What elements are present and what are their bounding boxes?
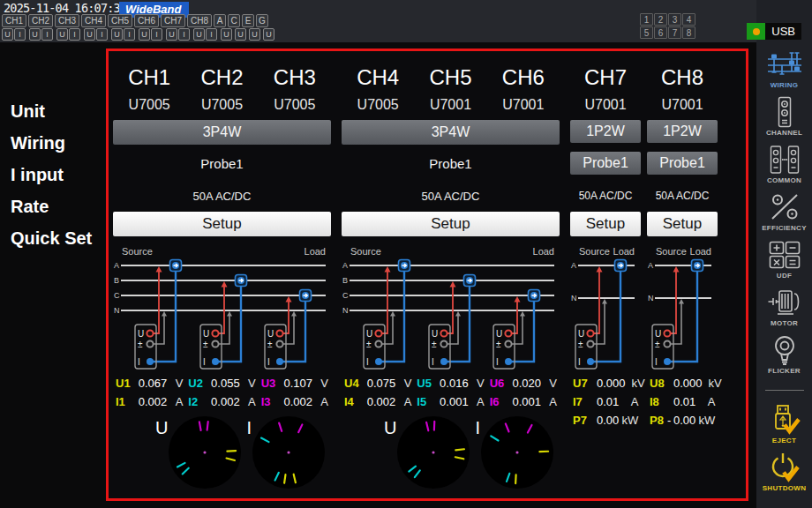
ui-indicator[interactable]: I bbox=[41, 28, 53, 41]
channel-tab[interactable]: CH4 bbox=[81, 14, 106, 27]
wiring-panel: CH1 U7005 CH2 U7005 CH3 U7005 3P4W Probe… bbox=[106, 49, 748, 501]
probe-label: Probe1 bbox=[113, 146, 331, 180]
ui-indicator[interactable]: U bbox=[235, 28, 246, 41]
measurement-label: I1 bbox=[116, 395, 133, 408]
measurement-label: I5 bbox=[417, 395, 434, 408]
measurement-unit: A bbox=[545, 395, 557, 408]
wiring-mode-button[interactable]: 1P2W bbox=[570, 120, 641, 143]
page-number-grid: 1 2 3 4 5 6 7 8 bbox=[640, 13, 695, 39]
svg-text:C: C bbox=[342, 291, 349, 300]
measurement-label: I4 bbox=[344, 395, 362, 408]
ui-indicator[interactable]: U bbox=[111, 28, 123, 41]
measurement-unit: A bbox=[472, 395, 485, 408]
ui-indicator[interactable]: U bbox=[139, 28, 150, 41]
channel-tab[interactable]: CH7 bbox=[161, 14, 185, 27]
channel-tab[interactable]: CH6 bbox=[134, 14, 159, 27]
page-number[interactable]: 3 bbox=[668, 13, 681, 26]
wiring-mode-button[interactable]: 1P2W bbox=[647, 120, 718, 143]
dial-label: U bbox=[155, 418, 168, 489]
sidebar-system-item[interactable]: EJECT bbox=[756, 403, 812, 451]
page-number[interactable]: 4 bbox=[682, 13, 695, 26]
ui-indicator[interactable]: U bbox=[263, 28, 274, 41]
page-number[interactable]: 7 bbox=[668, 26, 681, 39]
channel-tab[interactable]: A bbox=[214, 14, 226, 27]
channel-headers: CH1 U7005 CH2 U7005 CH3 U7005 bbox=[113, 62, 331, 120]
ui-indicator[interactable]: U bbox=[29, 28, 41, 41]
ui-indicator[interactable]: U bbox=[221, 28, 232, 41]
ui-indicator[interactable]: U bbox=[2, 28, 13, 41]
current-rate-label: 50A AC/DC bbox=[570, 180, 641, 212]
ui-indicator[interactable]: I bbox=[206, 28, 217, 41]
channel-tab[interactable]: CH8 bbox=[187, 14, 212, 27]
svg-text:Load: Load bbox=[690, 246, 711, 257]
sidebar-icon bbox=[767, 48, 802, 81]
channel-tab[interactable]: G bbox=[256, 14, 268, 27]
measurement-value: 0.107 bbox=[279, 377, 312, 390]
probe-button[interactable]: Probe1 bbox=[647, 152, 718, 175]
setup-button[interactable]: Setup bbox=[342, 212, 560, 236]
phasor-dial: U bbox=[155, 416, 241, 489]
wiring-mode-button[interactable]: 3P4W bbox=[342, 120, 560, 145]
page-number[interactable]: 1 bbox=[640, 13, 653, 26]
measurement-unit: A bbox=[620, 395, 638, 408]
channel-tab[interactable]: C bbox=[228, 14, 240, 27]
sidebar-icon bbox=[767, 286, 802, 319]
ui-indicator[interactable]: I bbox=[14, 28, 26, 41]
ui-indicator[interactable]: U bbox=[56, 28, 68, 41]
svg-text:B: B bbox=[342, 276, 348, 285]
sidebar-item[interactable]: EFFICIENCY bbox=[756, 190, 812, 238]
wiring-diagram-3p4w: SourceLoadABCNU±IU±IU±I bbox=[342, 243, 560, 374]
channel-name: CH8 bbox=[647, 62, 718, 95]
ui-indicator[interactable]: U bbox=[84, 28, 95, 41]
setup-button[interactable]: Setup bbox=[570, 212, 641, 236]
ui-indicator[interactable]: U bbox=[249, 28, 260, 41]
ui-indicator[interactable]: I bbox=[124, 28, 135, 41]
sidebar-item[interactable]: CHANNEL bbox=[756, 95, 812, 143]
channel-headers: CH4 U7005 CH5 U7001 CH6 U7001 bbox=[342, 62, 560, 120]
wiring-mode-button[interactable]: 3P4W bbox=[113, 120, 331, 145]
sidebar-system-item[interactable]: SHUTDOWN bbox=[756, 451, 812, 498]
ui-indicator[interactable]: I bbox=[69, 28, 80, 41]
page-number[interactable]: 5 bbox=[640, 26, 653, 39]
sidebar-item[interactable]: COMMON bbox=[756, 143, 812, 190]
ui-indicator[interactable]: I bbox=[178, 28, 190, 41]
measurement-value: 0.075 bbox=[362, 377, 395, 390]
svg-text:Source: Source bbox=[350, 246, 381, 257]
channel-tab[interactable]: E bbox=[242, 14, 254, 27]
ui-indicator[interactable]: U bbox=[166, 28, 177, 41]
measurement-unit: kW bbox=[620, 414, 638, 427]
measurement-value: 0.001 bbox=[434, 395, 468, 408]
measurement-label: U1 bbox=[116, 377, 133, 390]
ui-indicator[interactable]: I bbox=[151, 28, 162, 41]
current-measurement: I6 0.001 A bbox=[487, 395, 560, 408]
channel-unit-model: U7001 bbox=[487, 95, 560, 120]
measurement-label: I8 bbox=[650, 395, 667, 408]
channel-name: CH6 bbox=[487, 62, 560, 95]
sidebar-icon bbox=[770, 143, 800, 176]
page-number[interactable]: 6 bbox=[654, 26, 667, 39]
page-number[interactable]: 2 bbox=[654, 13, 667, 26]
svg-text:I: I bbox=[203, 357, 206, 367]
page-number[interactable]: 8 bbox=[682, 26, 695, 39]
measurement-value: 0.067 bbox=[133, 377, 167, 390]
channel-tab[interactable]: CH2 bbox=[28, 14, 53, 27]
ui-indicator[interactable]: I bbox=[96, 28, 108, 41]
ui-indicator[interactable]: U bbox=[193, 28, 205, 41]
sidebar-item-label: CHANNEL bbox=[766, 129, 802, 137]
row-label: I input bbox=[0, 159, 106, 190]
measurement-value: 0.002 bbox=[206, 395, 239, 408]
setup-button[interactable]: Setup bbox=[113, 212, 331, 236]
setup-button[interactable]: Setup bbox=[647, 212, 718, 236]
row-label: Wiring bbox=[0, 127, 106, 159]
sidebar-item[interactable]: WIRING bbox=[756, 48, 812, 95]
dial-label: I bbox=[475, 418, 480, 489]
sidebar-item[interactable]: UDF bbox=[756, 238, 812, 286]
sidebar-item[interactable]: MOTOR bbox=[756, 286, 812, 333]
channel-tab[interactable]: CH5 bbox=[108, 14, 132, 27]
channel-tab[interactable]: CH1 bbox=[2, 14, 26, 27]
row-label: Quick Set bbox=[0, 222, 106, 254]
channel-tab[interactable]: CH3 bbox=[55, 14, 79, 27]
sidebar-item[interactable]: FLICKER bbox=[756, 333, 812, 381]
sidebar-item-label: SHUTDOWN bbox=[763, 484, 807, 492]
probe-button[interactable]: Probe1 bbox=[570, 152, 641, 175]
